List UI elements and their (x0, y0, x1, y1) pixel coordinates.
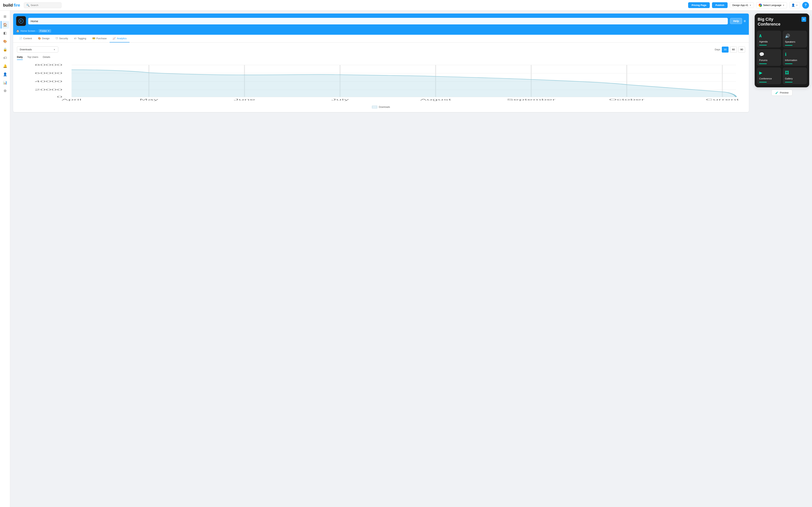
home-icon: 🏠 (16, 30, 19, 33)
agenda-icon: A (759, 34, 762, 38)
svg-text:Current: Current (706, 98, 739, 101)
language-chevron-icon: ▼ (782, 4, 784, 6)
tile-gallery[interactable]: 🖼 Gallery (783, 67, 807, 84)
analytics-controls: Downloads ▼ Days 30 60 90 (17, 46, 745, 53)
agenda-bar (759, 45, 767, 46)
tile-agenda[interactable]: A Agenda (757, 31, 781, 48)
topnav: buildfire 🔍 Pricing Page Publish Design … (0, 0, 812, 10)
google-icon (759, 4, 762, 7)
analytics-icon: 📈 (113, 37, 116, 40)
purchase-icon: 💳 (92, 37, 95, 40)
tab-purchase-label: Purchase (96, 37, 107, 40)
tab-analytics[interactable]: 📈 Analytics (110, 35, 130, 43)
sidebar-item-color[interactable]: 🎨 (1, 38, 9, 45)
tab-tagging[interactable]: 🏷 Tagging (71, 35, 89, 43)
tile-forums[interactable]: 💬 Forums (757, 49, 781, 66)
tile-information[interactable]: ℹ Information (783, 49, 807, 66)
tile-conference[interactable]: ▶ Conference (757, 67, 781, 84)
legend-swatch (372, 106, 377, 108)
app-grid: A Agenda 🔊 Speakers 💬 Forums ℹ Informa (755, 29, 809, 87)
search-bar[interactable]: 🔍 (24, 2, 61, 8)
tab-content-label: Content (23, 37, 32, 40)
phone-app-title: Big CityConference (758, 17, 780, 27)
tile-forums-label: Forums (759, 59, 767, 62)
preview-panel: Big CityConference ≡ A Agenda 🔊 Speakers… (752, 10, 812, 507)
sub-tabs: Daily Top Users Details (17, 56, 745, 60)
tab-security-label: Security (59, 37, 68, 40)
svg-text:April: April (61, 98, 82, 101)
svg-text:October: October (609, 98, 645, 101)
breadcrumb: 🏠 Home Screen › Folder ▼ (13, 29, 749, 35)
svg-text:July: July (331, 98, 349, 101)
metric-dropdown[interactable]: Downloads ▼ (17, 46, 58, 53)
svg-text:60000: 60000 (35, 72, 62, 74)
sidebar-item-settings[interactable]: ⚙ (1, 87, 9, 95)
tile-conference-label: Conference (759, 77, 772, 80)
preview-button[interactable]: 🧪 Preview (771, 90, 793, 96)
svg-text:June: June (234, 98, 255, 101)
plugin-header: Help ≡ (13, 13, 749, 29)
tab-content[interactable]: 📄 Content (16, 35, 35, 43)
search-input[interactable] (31, 4, 57, 7)
tab-security[interactable]: 🛡 Security (53, 35, 71, 43)
logo: buildfire (3, 3, 20, 8)
svg-text:May: May (140, 98, 159, 101)
breadcrumb-folder-chevron-icon: ▼ (48, 30, 50, 32)
sidebar-item-home[interactable]: 🏠 (1, 21, 9, 29)
information-bar (785, 63, 793, 64)
day-30-button[interactable]: 30 (722, 47, 728, 53)
select-language-button[interactable]: Select Language ▼ (756, 2, 787, 8)
day-60-button[interactable]: 60 (730, 47, 737, 53)
conference-icon: ▶ (759, 70, 762, 75)
sub-tab-details[interactable]: Details (43, 56, 50, 60)
logo-fire: fire (14, 3, 20, 8)
sidebar-item-layers[interactable]: ◧ (1, 29, 9, 37)
plugin-title-input[interactable] (28, 18, 728, 24)
help-button[interactable]: ? (802, 2, 809, 9)
sub-tab-daily[interactable]: Daily (17, 56, 23, 60)
publish-button[interactable]: Publish (712, 2, 727, 8)
plugin-help-button[interactable]: Help (730, 18, 742, 24)
breadcrumb-home-label[interactable]: Home Screen (20, 30, 35, 32)
tile-speakers[interactable]: 🔊 Speakers (783, 31, 807, 48)
flask-icon: 🧪 (775, 91, 778, 94)
svg-text:September: September (507, 98, 556, 101)
sidebar-item-tag[interactable]: 🏷 (1, 54, 9, 62)
svg-text:August: August (420, 98, 451, 101)
plugin-menu-button[interactable]: ≡ (744, 19, 746, 23)
pricing-page-button[interactable]: Pricing Page (688, 2, 710, 8)
sidebar-item-grid[interactable]: ⊞ (1, 13, 9, 20)
sidebar-item-chart[interactable]: 📊 (1, 79, 9, 87)
design-app-selector[interactable]: Design App #1 ▼ (730, 2, 754, 8)
preview-label: Preview (780, 91, 789, 94)
tab-tagging-label: Tagging (78, 37, 86, 40)
design-app-chevron-icon: ▼ (749, 4, 752, 6)
tab-analytics-label: Analytics (117, 37, 126, 40)
day-90-button[interactable]: 90 (738, 47, 745, 53)
content-icon: 📄 (19, 37, 22, 40)
svg-text:80000: 80000 (35, 64, 62, 66)
search-icon: 🔍 (26, 4, 30, 7)
sidebar: ⊞ 🏠 ◧ 🎨 🔒 🏷 🔔 👤 📊 ⚙ (0, 10, 10, 507)
tab-design[interactable]: 🎨 Design (35, 35, 53, 43)
sidebar-item-lock[interactable]: 🔒 (1, 46, 9, 53)
breadcrumb-folder-label: Folder (40, 30, 47, 32)
speakers-bar (785, 45, 793, 46)
design-icon: 🎨 (38, 37, 41, 40)
tab-purchase[interactable]: 💳 Purchase (89, 35, 110, 43)
tile-agenda-label: Agenda (759, 40, 768, 43)
breadcrumb-folder[interactable]: Folder ▼ (39, 29, 51, 33)
sidebar-item-bell[interactable]: 🔔 (1, 62, 9, 70)
speakers-icon: 🔊 (785, 34, 790, 39)
svg-text:20000: 20000 (35, 89, 62, 91)
information-icon: ℹ (785, 52, 786, 57)
plugin-header-right: Help ≡ (730, 18, 746, 24)
gallery-icon: 🖼 (785, 70, 789, 75)
sub-tab-top-users[interactable]: Top Users (27, 56, 38, 60)
security-icon: 🛡 (56, 37, 58, 40)
user-chevron-icon: ▼ (796, 4, 798, 6)
sidebar-item-user[interactable]: 👤 (1, 71, 9, 78)
phone-menu-button[interactable]: ≡ (802, 17, 806, 22)
user-menu-button[interactable]: 👤 ▼ (789, 2, 800, 8)
select-language-label: Select Language (763, 4, 781, 7)
